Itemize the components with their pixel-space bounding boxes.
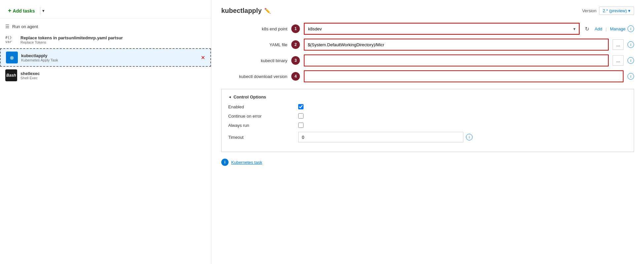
footer-info-icon: i: [221, 159, 229, 166]
bash-icon: Bash: [5, 69, 17, 81]
kubectl-download-version-row: kubectl download version 4 i: [221, 70, 634, 82]
continue-on-error-row: Continue on error: [228, 113, 627, 119]
field-badge-1: 1: [291, 24, 300, 33]
add-tasks-label: Add tasks: [13, 8, 35, 14]
yaml-file-label: YAML file: [221, 42, 287, 47]
field-badge-3: 3: [291, 56, 300, 65]
field-badge-4: 4: [291, 72, 300, 81]
fields-section: k8s end point 1 k8sdev ▾ ↻ Add | Manage …: [221, 23, 634, 82]
enabled-checkbox[interactable]: [298, 104, 304, 109]
toolbar: + Add tasks ▾: [0, 3, 211, 19]
k8s-endpoint-select-wrapper: k8sdev ▾: [304, 23, 580, 35]
kubectl-binary-label: kubectl binary: [221, 58, 287, 63]
yaml-file-browse-button[interactable]: ...: [613, 39, 624, 50]
kubectl-binary-row: kubectl binary 3 ... i: [221, 55, 634, 66]
link-separator: |: [606, 26, 607, 31]
yaml-file-row: YAML file 2 ... i: [221, 39, 634, 51]
timeout-input[interactable]: [298, 132, 463, 142]
timeout-info-button[interactable]: i: [466, 134, 473, 140]
replace-tokens-info: Replace tokens in partsunlimitedmrp.yaml…: [20, 35, 206, 44]
k8s-endpoint-info-button[interactable]: i: [627, 25, 634, 32]
shellexec-info: shellexec Shell Exec: [20, 71, 206, 80]
kubectl-binary-input-wrapper: [304, 55, 609, 66]
task-title-group: kubectlapply ✏️: [221, 7, 271, 15]
enabled-row: Enabled: [228, 104, 627, 109]
continue-on-error-checkbox[interactable]: [298, 113, 304, 119]
version-chevron-icon: ▾: [628, 8, 630, 13]
section-label: Run on agent: [12, 24, 38, 29]
add-tasks-dropdown-button[interactable]: ▾: [40, 7, 47, 15]
k8s-endpoint-select-container[interactable]: k8sdev ▾: [304, 23, 579, 34]
plus-icon: +: [8, 7, 12, 14]
replace-tokens-task[interactable]: #{} var Replace tokens in partsunlimited…: [0, 31, 211, 48]
continue-on-error-label: Continue on error: [228, 114, 294, 119]
task-title-text: kubectlapply: [221, 7, 262, 15]
k8s-endpoint-row: k8s end point 1 k8sdev ▾ ↻ Add | Manage …: [221, 23, 634, 35]
shellexec-name: shellexec: [20, 71, 206, 76]
add-tasks-button[interactable]: + Add tasks: [5, 6, 37, 16]
timeout-row: Timeout i: [228, 132, 627, 142]
yaml-file-info-button[interactable]: i: [627, 41, 634, 48]
replace-tokens-name: Replace tokens in partsunlimitedmrp.yaml…: [20, 35, 206, 40]
right-header: kubectlapply ✏️ Version 2.* (preview) ▾: [221, 7, 634, 15]
kubectlapply-name: kubectlapply: [21, 53, 197, 58]
always-run-checkbox[interactable]: [298, 123, 304, 128]
footer-info: i Kubernetes task: [221, 159, 634, 166]
agent-icon: ☰: [5, 24, 10, 29]
field-badge-2: 2: [291, 40, 300, 49]
version-dropdown[interactable]: 2.* (preview) ▾: [599, 7, 634, 15]
add-manage-links: Add | Manage i: [594, 25, 634, 32]
kubectl-binary-browse-button[interactable]: ...: [613, 55, 624, 66]
always-run-row: Always run: [228, 123, 627, 128]
kubectl-binary-input[interactable]: [304, 55, 608, 66]
control-options-title: Control Options: [233, 94, 266, 99]
dropdown-arrow-icon: ▾: [42, 8, 45, 13]
kubectlapply-subtitle: Kubernetes Apply Task: [21, 58, 197, 62]
control-options-section: ◄ Control Options Enabled Continue on er…: [221, 89, 634, 152]
kubectlapply-info: kubectlapply Kubernetes Apply Task: [21, 53, 197, 62]
enabled-label: Enabled: [228, 104, 294, 109]
yaml-file-input-wrapper: [304, 39, 609, 51]
footer-link[interactable]: Kubernetes task: [231, 160, 262, 165]
kubectlapply-delete-button[interactable]: ✕: [201, 55, 205, 61]
shellexec-task[interactable]: Bash shellexec Shell Exec: [0, 67, 211, 84]
collapse-icon[interactable]: ◄: [228, 95, 232, 99]
kubectl-download-version-info-button[interactable]: i: [627, 73, 634, 80]
kubectl-download-version-input[interactable]: [304, 71, 623, 82]
run-on-agent-header: ☰ Run on agent: [0, 22, 211, 31]
yaml-file-input[interactable]: [304, 39, 608, 50]
add-link[interactable]: Add: [594, 26, 602, 31]
replace-tokens-subtitle: Replace Tokens: [20, 40, 206, 44]
kubectl-download-version-input-wrapper: [304, 70, 624, 82]
kubectlapply-task[interactable]: ⎈ kubectlapply Kubernetes Apply Task ✕: [0, 48, 211, 67]
kubernetes-icon: ⎈: [6, 52, 18, 63]
k8s-endpoint-label: k8s end point: [221, 26, 287, 31]
control-options-header: ◄ Control Options: [228, 94, 627, 99]
version-value: 2.* (preview): [603, 8, 627, 13]
replace-tokens-icon: #{} var: [5, 34, 17, 46]
version-selector: Version 2.* (preview) ▾: [582, 7, 634, 15]
timeout-label: Timeout: [228, 135, 294, 140]
right-panel: kubectlapply ✏️ Version 2.* (preview) ▾ …: [211, 0, 644, 264]
shellexec-subtitle: Shell Exec: [20, 76, 206, 80]
kubectl-binary-info-button[interactable]: i: [627, 57, 634, 64]
k8s-endpoint-select[interactable]: k8sdev: [304, 23, 579, 34]
kubectl-download-version-label: kubectl download version: [221, 74, 287, 79]
manage-link[interactable]: Manage: [610, 26, 626, 31]
refresh-button[interactable]: ↻: [584, 24, 590, 33]
edit-icon[interactable]: ✏️: [264, 8, 271, 14]
version-label: Version: [582, 8, 596, 13]
always-run-label: Always run: [228, 123, 294, 128]
timeout-field-group: i: [298, 132, 627, 142]
